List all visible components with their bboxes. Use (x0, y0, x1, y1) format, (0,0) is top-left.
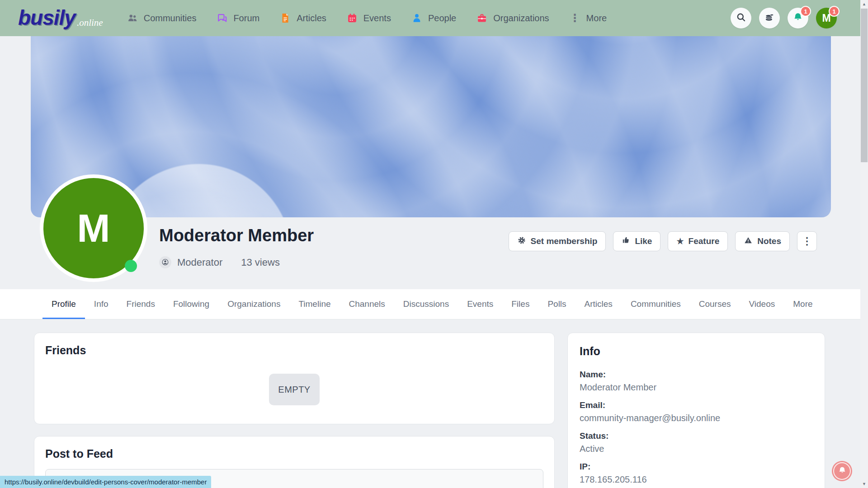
points-button[interactable] (759, 8, 780, 28)
organizations-icon (476, 12, 488, 24)
scroll-up-arrow[interactable]: ▲ (860, 0, 868, 8)
kebab-icon: ⋮ (802, 235, 812, 247)
notifications-badge: 1 (800, 6, 811, 17)
coins-icon (764, 11, 775, 25)
friends-card: Friends EMPTY (34, 333, 555, 424)
friends-empty-state: EMPTY (269, 374, 320, 405)
tab-more[interactable]: More (784, 289, 821, 319)
notifications-button[interactable]: 1 (788, 8, 808, 28)
profile-more-button[interactable]: ⋮ (797, 231, 817, 251)
cover-image[interactable] (31, 36, 831, 217)
forum-icon (216, 12, 228, 24)
info-field-value: community-manager@busily.online (580, 413, 813, 423)
events-icon (346, 12, 358, 24)
button-label: Set membership (531, 236, 598, 246)
nav-item-events[interactable]: Events (346, 12, 391, 24)
nav-item-communities[interactable]: Communities (127, 12, 197, 24)
more-icon: ⋮ (569, 12, 581, 24)
site-logo[interactable]: busily .online (18, 9, 103, 27)
nav-item-articles[interactable]: Articles (279, 12, 326, 24)
info-card: Info Name: Moderator Member Email: commu… (567, 333, 825, 488)
star-icon: ★ (676, 237, 684, 245)
info-field-label: IP: (580, 462, 813, 472)
nav-label: People (428, 13, 456, 23)
nav-label: Organizations (493, 13, 549, 23)
feature-button[interactable]: ★ Feature (668, 231, 728, 251)
tab-profile[interactable]: Profile (42, 289, 85, 319)
info-field-value: Moderator Member (580, 382, 813, 393)
like-button[interactable]: Like (613, 231, 660, 251)
views-count: 13 views (241, 257, 280, 268)
post-card-title: Post to Feed (45, 447, 543, 460)
nav-item-organizations[interactable]: Organizations (476, 12, 549, 24)
bell-icon (838, 466, 847, 477)
tab-discussions[interactable]: Discussions (394, 289, 458, 319)
tab-friends[interactable]: Friends (118, 289, 164, 319)
role-badge (159, 256, 171, 268)
top-navbar: busily .online Communities Forum Article… (0, 0, 860, 36)
profile-actions: Set membership Like ★ Feature Notes ⋮ (509, 231, 817, 251)
tab-files[interactable]: Files (502, 289, 538, 319)
nav-item-more[interactable]: ⋮ More (569, 12, 607, 24)
gear-icon (517, 236, 526, 247)
warning-icon (744, 236, 753, 247)
profile-tabbar: Profile Info Friends Following Organizat… (0, 289, 860, 319)
link-preview-statusbar: https://busily.online/devbuild/edit-pers… (0, 476, 211, 488)
scroll-down-arrow[interactable]: ▼ (860, 480, 868, 488)
vertical-scrollbar[interactable]: ▲ ▼ (860, 0, 868, 488)
push-subscribe-bell-button[interactable] (832, 461, 852, 481)
profile-avatar-letter: M (77, 205, 110, 251)
navbar-actions: 1 M 1 (731, 8, 842, 28)
set-membership-button[interactable]: Set membership (509, 231, 606, 251)
friends-card-title: Friends (45, 344, 543, 357)
tab-organizations[interactable]: Organizations (218, 289, 289, 319)
nav-label: Forum (233, 13, 259, 23)
nav-label: More (586, 13, 607, 23)
notes-button[interactable]: Notes (735, 231, 790, 251)
online-status-dot (125, 260, 137, 272)
tab-courses[interactable]: Courses (690, 289, 740, 319)
nav-label: Communities (144, 13, 197, 23)
nav-label: Articles (297, 13, 326, 23)
info-field-label: Name: (580, 370, 813, 380)
search-icon (736, 12, 746, 24)
nav-label: Events (363, 13, 391, 23)
profile-avatar[interactable]: M (40, 174, 147, 282)
info-card-title: Info (580, 345, 813, 358)
tab-following[interactable]: Following (164, 289, 218, 319)
info-fields: Name: Moderator Member Email: community-… (580, 370, 813, 488)
profile-badge: 1 (829, 6, 840, 17)
people-icon (411, 12, 423, 24)
user-avatar-button[interactable]: M 1 (816, 8, 837, 28)
communities-icon (127, 12, 138, 24)
logo-text: busily (18, 9, 75, 27)
info-field-value: 178.165.205.116 (580, 474, 813, 485)
tab-timeline[interactable]: Timeline (289, 289, 340, 319)
page-title: Moderator Member (159, 226, 314, 245)
main-nav: Communities Forum Articles Events People (127, 12, 607, 24)
tab-communities[interactable]: Communities (622, 289, 690, 319)
button-label: Feature (689, 236, 720, 246)
role-label: Moderator (177, 257, 222, 268)
button-label: Like (635, 236, 652, 246)
thumb-up-icon (622, 236, 630, 247)
button-label: Notes (757, 236, 781, 246)
tab-events[interactable]: Events (458, 289, 502, 319)
info-field-label: Status: (580, 431, 813, 441)
scrollbar-thumb[interactable] (861, 9, 868, 162)
logo-suffix: .online (77, 18, 103, 28)
tab-videos[interactable]: Videos (740, 289, 784, 319)
search-button[interactable] (731, 8, 751, 28)
tab-polls[interactable]: Polls (538, 289, 575, 319)
nav-item-forum[interactable]: Forum (216, 12, 259, 24)
tab-articles[interactable]: Articles (576, 289, 622, 319)
articles-icon (279, 12, 291, 24)
info-field-label: Email: (580, 400, 813, 410)
tab-channels[interactable]: Channels (340, 289, 394, 319)
tab-info[interactable]: Info (85, 289, 118, 319)
info-field-value: Active (580, 444, 813, 454)
nav-item-people[interactable]: People (411, 12, 456, 24)
profile-meta: Moderator 13 views (159, 256, 280, 268)
